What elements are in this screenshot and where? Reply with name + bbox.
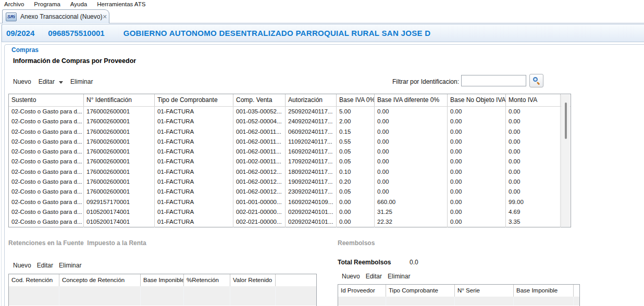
cell: 660.00 xyxy=(375,197,448,207)
column-header[interactable]: Autorización xyxy=(286,94,337,106)
column-header[interactable]: Sustento xyxy=(9,94,84,106)
cell: 0.00 xyxy=(375,117,448,126)
reembolsos-editar-button[interactable]: Editar xyxy=(366,273,382,280)
cell: 240920240117... xyxy=(286,117,337,126)
column-header[interactable]: Id Proveedor xyxy=(338,285,386,297)
menu-archivo[interactable]: Archivo xyxy=(4,1,24,7)
cell: 2.00 xyxy=(337,117,375,126)
empty-cell xyxy=(338,297,386,305)
empty-cell xyxy=(455,297,514,305)
cell: 001-062-00012... xyxy=(233,167,286,177)
cell: 001-062-00012... xyxy=(233,177,286,187)
table-row[interactable]: 02-Costo o Gasto para d...17600026000010… xyxy=(9,117,571,126)
cell: 0.00 xyxy=(448,147,506,157)
column-header[interactable]: Base IVA 0% xyxy=(337,94,375,106)
cell: 02-Costo o Gasto para d... xyxy=(9,127,84,137)
menu-ayuda[interactable]: Ayuda xyxy=(70,1,87,7)
cell: 0.00 xyxy=(375,187,448,197)
cell: 0.00 xyxy=(448,117,506,126)
cell: 0.00 xyxy=(448,107,506,117)
cell: 02-Costo o Gasto para d... xyxy=(9,217,84,227)
cell: 01-FACTURA xyxy=(155,147,233,157)
cell: 01-FACTURA xyxy=(155,187,233,197)
cell: 0.00 xyxy=(506,107,561,117)
reembolsos-table: Id ProveedorTipo ComprobanteN° SerieBase… xyxy=(338,284,580,306)
table-row[interactable]: 02-Costo o Gasto para d...17600026000010… xyxy=(9,137,571,147)
cell: 02-Costo o Gasto para d... xyxy=(9,187,84,197)
table-row[interactable]: 02-Costo o Gasto para d...17600026000010… xyxy=(9,187,571,197)
cell: 01-FACTURA xyxy=(155,127,233,137)
column-header[interactable]: Valor Retenido xyxy=(230,274,276,286)
column-header[interactable]: Comp. Venta xyxy=(233,94,286,106)
table-row[interactable]: 02-Costo o Gasto para d...17600026000010… xyxy=(9,167,571,177)
cell: 0.00 xyxy=(506,117,561,126)
menu-herramientas-ats[interactable]: Herramientas ATS xyxy=(97,1,145,7)
column-header[interactable]: Concepto de Retención xyxy=(59,274,141,286)
cell: 0.00 xyxy=(448,127,506,137)
cell: 001-062-00011... xyxy=(233,137,286,147)
table-row[interactable]: 02-Costo o Gasto para d...17600026000010… xyxy=(9,157,571,167)
reembolsos-eliminar-button[interactable]: Eliminar xyxy=(388,273,410,280)
cell: 3.35 xyxy=(506,217,561,227)
retenciones-nuevo-button[interactable]: Nuevo xyxy=(13,262,31,269)
document-header-bar: 09/2024 0968575510001 GOBIERNO AUTONOMO … xyxy=(2,24,644,42)
cell: 01-FACTURA xyxy=(155,107,233,117)
column-header[interactable]: Tipo Comprobante xyxy=(386,285,455,297)
total-reembolsos-label: Total Reembolsos xyxy=(338,259,391,266)
reembolsos-nuevo-button[interactable]: Nuevo xyxy=(342,273,360,280)
menu-programa[interactable]: Programa xyxy=(34,1,60,7)
cell: 02-Costo o Gasto para d... xyxy=(9,207,84,217)
cell: 31.25 xyxy=(375,207,448,217)
table-row[interactable]: 02-Costo o Gasto para d...17600026000010… xyxy=(9,177,571,187)
cell: 180920240117... xyxy=(286,167,337,177)
scrollbar-thumb[interactable] xyxy=(565,103,567,139)
table-row[interactable]: 02-Costo o Gasto para d...01052001740010… xyxy=(9,207,571,217)
column-header[interactable]: Base IVA diferente 0% xyxy=(375,94,448,106)
editar-button[interactable]: Editar xyxy=(39,78,55,85)
table-row[interactable]: 02-Costo o Gasto para d...17600026000010… xyxy=(9,107,571,117)
cell: 0.00 xyxy=(375,167,448,177)
empty-cell xyxy=(59,286,141,305)
cell: 01-FACTURA xyxy=(155,207,233,217)
column-header[interactable]: Monto IVA xyxy=(506,94,561,106)
tab-compras[interactable]: Compras xyxy=(11,46,39,54)
column-header[interactable]: Tipo de Comprobante xyxy=(155,94,233,106)
close-icon[interactable]: ✕ xyxy=(102,14,107,20)
column-header[interactable]: Base No Objeto IVA xyxy=(448,94,506,106)
cell: 001-062-00012... xyxy=(233,187,286,197)
column-header[interactable]: %Retención xyxy=(184,274,230,286)
nuevo-button[interactable]: Nuevo xyxy=(13,78,31,85)
application-window: Archivo Programa Ayuda Herramientas ATS … xyxy=(0,0,644,306)
retenciones-editar-button[interactable]: Editar xyxy=(37,262,53,269)
search-button[interactable] xyxy=(529,74,543,87)
column-header[interactable]: Base Imponible xyxy=(514,285,574,297)
cell: 0.00 xyxy=(506,187,561,197)
table-row[interactable]: 02-Costo o Gasto para d...01052001740010… xyxy=(9,217,571,227)
tab-label: Anexo Transaccional (Nuevo) xyxy=(20,13,102,20)
retenciones-table-header: Cod. RetenciónConcepto de RetenciónBase … xyxy=(9,274,316,286)
cell: 0.00 xyxy=(448,207,506,217)
tab-anexo-transaccional[interactable]: SRi Anexo Transaccional (Nuevo) ✕ xyxy=(2,9,109,23)
column-header[interactable]: Cod. Retención xyxy=(9,274,59,286)
vertical-scrollbar[interactable] xyxy=(561,95,570,226)
sri-logo-icon: SRi xyxy=(6,12,17,21)
cell: 002-021-00000... xyxy=(233,217,286,227)
column-header[interactable]: Base Imponible xyxy=(141,274,184,286)
cell: 0.00 xyxy=(506,147,561,157)
column-header[interactable]: N° Serie xyxy=(455,285,514,297)
table-row[interactable]: 02-Costo o Gasto para d...17600026000010… xyxy=(9,147,571,157)
retenciones-eliminar-button[interactable]: Eliminar xyxy=(59,262,81,269)
cell: 0.00 xyxy=(337,197,375,207)
retenciones-table: Cod. RetenciónConcepto de RetenciónBase … xyxy=(8,274,317,306)
table-row[interactable]: 02-Costo o Gasto para d...17600026000010… xyxy=(9,127,571,137)
filter-input[interactable] xyxy=(461,75,526,86)
cell: 0.00 xyxy=(448,167,506,177)
filter-label: Filtrar por Identificacion: xyxy=(392,78,459,85)
cell: 190920240117... xyxy=(286,177,337,187)
eliminar-button[interactable]: Eliminar xyxy=(70,78,93,85)
chevron-down-icon[interactable] xyxy=(59,81,63,84)
table-row[interactable]: 02-Costo o Gasto para d...09291571700010… xyxy=(9,197,571,207)
column-header[interactable]: N° Identificación xyxy=(84,94,155,106)
cell: 0.00 xyxy=(448,157,506,167)
cell: 02-Costo o Gasto para d... xyxy=(9,137,84,147)
